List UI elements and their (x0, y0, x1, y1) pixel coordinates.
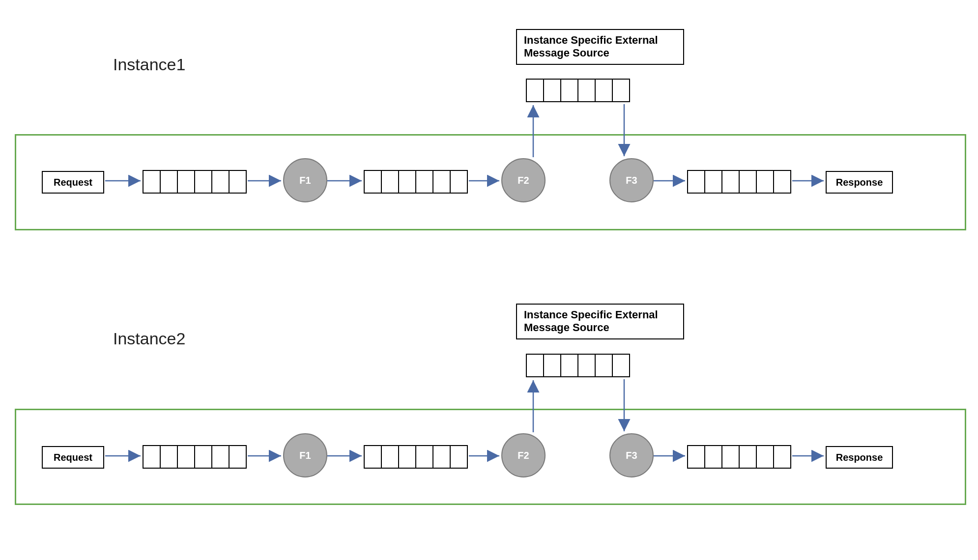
instance1-response-box: Response (826, 171, 893, 194)
instance2-external-source-box: Instance Specific External Message Sourc… (516, 304, 684, 339)
instance1-external-buffer (526, 79, 630, 102)
instance2-external-line1: Instance Specific External (524, 308, 658, 321)
instance2-node-f1: F1 (283, 433, 327, 477)
instance2-title: Instance2 (113, 329, 185, 348)
diagram-canvas: Instance1 Instance Specific External Mes… (0, 0, 978, 560)
instance2-external-line2: Message Source (524, 321, 609, 334)
instance1-buffer-2 (364, 170, 468, 194)
instance1-buffer-1 (143, 170, 247, 194)
instance1-title: Instance1 (113, 55, 185, 74)
instance1-node-f3: F3 (609, 158, 654, 202)
instance2-buffer-2 (364, 445, 468, 469)
instance2-node-f3: F3 (609, 433, 654, 477)
instance2-response-box: Response (826, 446, 893, 469)
instance2-external-buffer (526, 354, 630, 377)
instance1-node-f1: F1 (283, 158, 327, 202)
instance1-external-line2: Message Source (524, 47, 609, 59)
instance1-external-line1: Instance Specific External (524, 34, 658, 46)
instance1-buffer-3 (687, 170, 791, 194)
instance1-node-f2: F2 (501, 158, 546, 202)
instance2-node-f2: F2 (501, 433, 546, 477)
instance1-request-box: Request (42, 171, 104, 194)
instance2-buffer-1 (143, 445, 247, 469)
instance1-external-source-box: Instance Specific External Message Sourc… (516, 29, 684, 65)
instance2-buffer-3 (687, 445, 791, 469)
instance2-request-box: Request (42, 446, 104, 469)
